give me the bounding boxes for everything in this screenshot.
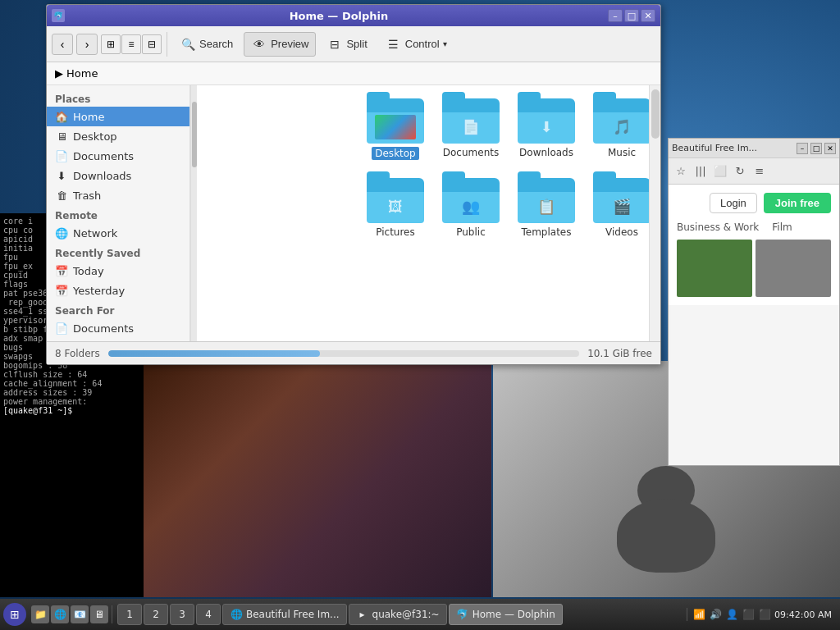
dolphin-app-icon: 🐬 (52, 9, 65, 22)
quicklaunch-icon-4[interactable]: 🖥 (90, 605, 108, 623)
file-item-public[interactable]: 👥 Public (437, 173, 504, 243)
file-item-downloads[interactable]: ⬇ Downloads (513, 94, 580, 165)
sidebar-item-documents[interactable]: 📄 Documents (47, 146, 189, 166)
browser-tab-icon[interactable]: ⬜ (713, 164, 728, 179)
disk-usage-fill (108, 350, 320, 357)
file-scrollbar[interactable] (649, 85, 660, 341)
control-button[interactable]: ☰ Control ▾ (378, 32, 454, 57)
taskbar-page-4[interactable]: 4 (196, 604, 221, 625)
browser-minimize-btn[interactable]: – (797, 143, 808, 154)
taskbar-task-terminal[interactable]: ▸ quake@f31:~ (349, 604, 447, 625)
sidebar-item-network[interactable]: 🌐 Network (47, 223, 189, 243)
forward-button[interactable]: › (76, 34, 98, 55)
category-business[interactable]: Business & Work (677, 221, 759, 233)
control-label: Control (405, 38, 440, 50)
browser-nav-row: Login Join free (677, 193, 831, 213)
sidebar-item-yesterday[interactable]: 📅 Yesterday (47, 281, 189, 300)
back-button[interactable]: ‹ (52, 34, 73, 55)
dolphin-main-area: Places 🏠 Home 🖥 Desktop 📄 Documents ⬇ Do… (47, 85, 660, 341)
file-label-pictures: Pictures (376, 226, 415, 238)
places-header: Places (47, 89, 189, 107)
browser-bookmark-icon[interactable]: ☆ (673, 164, 688, 179)
file-label-public: Public (456, 226, 486, 238)
search-button[interactable]: 🔍 Search (172, 32, 240, 57)
network-icon: 🌐 (55, 226, 68, 240)
search-icon: 🔍 (180, 36, 196, 52)
dolphin-window-buttons: – □ ✕ (608, 9, 655, 22)
dolphin-breadcrumb: ▶ Home (47, 62, 660, 85)
dolphin-close-btn[interactable]: ✕ (641, 9, 655, 22)
browser-categories: Business & Work Film (677, 221, 831, 233)
file-item-videos[interactable]: 🎬 Videos (588, 173, 649, 243)
videos-folder-icon: 🎬 (593, 178, 649, 223)
tray-icon-5[interactable]: ⬛ (758, 608, 771, 621)
sidebar-item-today[interactable]: 📅 Today (47, 261, 189, 281)
sidebar-container: Places 🏠 Home 🖥 Desktop 📄 Documents ⬇ Do… (47, 85, 354, 341)
dolphin-maximize-btn[interactable]: □ (624, 9, 639, 22)
browser-maximize-btn[interactable]: □ (810, 143, 822, 154)
sidebar-item-downloads[interactable]: ⬇ Downloads (47, 166, 189, 185)
yesterday-icon: 📅 (55, 284, 68, 297)
login-button[interactable]: Login (710, 193, 757, 213)
user-tray-icon[interactable]: 👤 (725, 608, 738, 621)
file-item-desktop[interactable]: Desktop (362, 94, 429, 165)
split-label: Split (346, 38, 367, 50)
file-scrollbar-thumb[interactable] (651, 89, 660, 139)
sidebar-item-desktop[interactable]: 🖥 Desktop (47, 126, 189, 146)
preview-icon: 👁 (251, 36, 267, 52)
browser-content: Login Join free Business & Work Film (669, 185, 839, 305)
preview-button[interactable]: 👁 Preview (244, 32, 316, 57)
folder-count: 8 Folders (55, 348, 100, 359)
quicklaunch-area: 📁 🌐 📧 🖥 (28, 605, 112, 623)
file-item-templates[interactable]: 📋 Templates (513, 173, 580, 243)
start-button[interactable]: ⊞ (3, 603, 26, 626)
quicklaunch-icon-3[interactable]: 📧 (71, 605, 89, 623)
browser-menu-icon[interactable]: ≡ (752, 164, 767, 179)
terminal-task-icon: ▸ (356, 608, 369, 621)
taskbar-page-3[interactable]: 3 (170, 604, 194, 625)
browser-close-btn[interactable]: ✕ (824, 143, 836, 154)
folder-front (367, 112, 424, 144)
search-header: Search For (47, 300, 189, 318)
browser-task-icon: 🌐 (230, 608, 243, 621)
view-icons-button[interactable]: ⊞ (101, 34, 121, 54)
browser-refresh-icon[interactable]: ↻ (733, 164, 747, 179)
file-item-pictures[interactable]: 🖼 Pictures (362, 173, 429, 243)
desktop-folder-icon (367, 98, 424, 144)
dolphin-minimize-btn[interactable]: – (608, 9, 623, 22)
sidebar-home-label: Home (73, 111, 104, 123)
control-arrow-icon: ▾ (443, 39, 447, 48)
quicklaunch-icon-2[interactable]: 🌐 (51, 605, 69, 623)
quicklaunch-icon-1[interactable]: 📁 (31, 605, 49, 623)
sidebar-search-docs-label: Documents (73, 322, 134, 335)
downloads-icon: ⬇ (55, 169, 68, 182)
taskbar-task-browser[interactable]: 🌐 Beautiful Free Im... (222, 604, 347, 625)
sidebar-item-home[interactable]: 🏠 Home (47, 107, 189, 126)
disk-usage-bar (108, 350, 579, 357)
split-button[interactable]: ⊟ Split (319, 32, 374, 57)
category-film[interactable]: Film (772, 221, 792, 233)
file-item-music[interactable]: 🎵 Music (588, 94, 649, 165)
browser-library-icon[interactable]: ||| (693, 164, 708, 179)
taskbar-page-1[interactable]: 1 (117, 604, 142, 625)
view-details-button[interactable]: ⊟ (142, 34, 162, 54)
file-item-documents[interactable]: 📄 Documents (437, 94, 504, 165)
tray-icon-4[interactable]: ⬛ (742, 608, 755, 621)
sidebar-scrollbar-thumb[interactable] (192, 102, 197, 167)
join-free-button[interactable]: Join free (764, 193, 831, 213)
documents-folder-icon: 📄 (442, 98, 500, 144)
sidebar-scrollbar[interactable] (190, 85, 197, 341)
documents-icon-inner: 📄 (462, 117, 480, 135)
taskbar-tasks: 1 2 3 4 🌐 Beautiful Free Im... ▸ quake@f… (114, 604, 685, 625)
sidebar-item-search-docs[interactable]: 📄 Documents (47, 318, 189, 338)
sidebar-item-trash[interactable]: 🗑 Trash (47, 185, 189, 205)
taskbar-task-dolphin[interactable]: 🐬 Home — Dolphin (449, 604, 563, 625)
taskbar-page-2[interactable]: 2 (144, 604, 168, 625)
network-tray-icon[interactable]: 📶 (692, 608, 705, 621)
breadcrumb-home[interactable]: Home (66, 67, 98, 80)
control-icon: ☰ (386, 36, 402, 52)
car-photo (144, 361, 491, 597)
volume-tray-icon[interactable]: 🔊 (709, 608, 722, 621)
view-compact-button[interactable]: ≡ (121, 34, 141, 54)
browser-titlebar: Beautiful Free Im... – □ ✕ (669, 139, 839, 158)
